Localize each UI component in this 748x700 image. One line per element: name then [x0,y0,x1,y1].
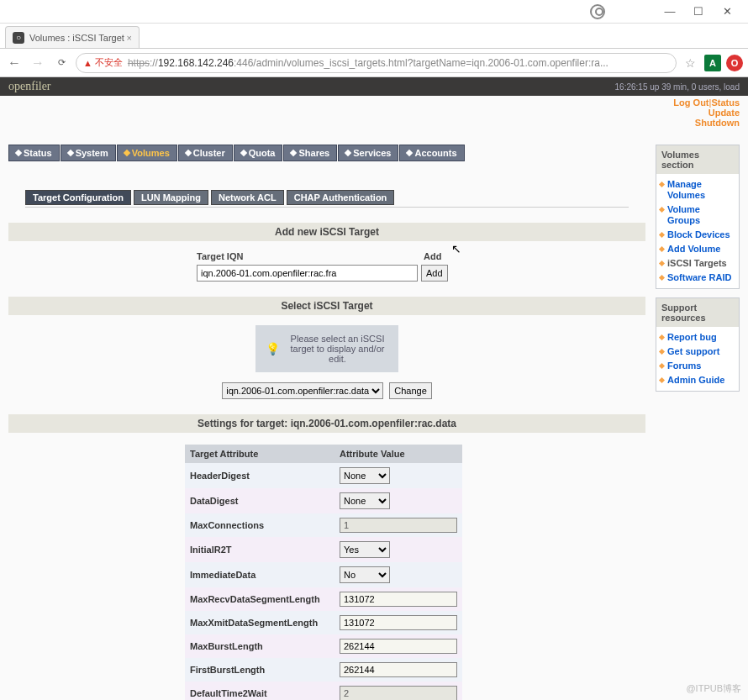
attr-input[interactable] [340,662,457,677]
sidebar-link[interactable]: Report bug [658,330,737,345]
tab-target-configuration[interactable]: Target Configuration [25,190,131,205]
hint-text: Please select an iSCSI target to display… [287,334,388,364]
favicon: ○ [13,32,24,44]
extension-o-icon[interactable]: O [726,55,743,71]
col-target-attribute: Target Attribute [185,445,334,463]
browser-addressbar: ← → ⟳ ▲不安全 https://192.168.142.246:446/a… [0,49,748,77]
bullet-icon [659,182,665,187]
sidebar-link-label: Software RAID [667,272,731,283]
window-maximize[interactable]: ☐ [684,5,713,18]
attr-name: DefaultTime2Wait [185,682,334,700]
sidebar-link-label: Manage Volumes [667,179,735,201]
nav-status[interactable]: Status [8,145,60,161]
attr-input[interactable] [340,639,457,654]
nav-forward-icon[interactable]: → [29,54,47,72]
url-path: :446/admin/volumes_iscsi_targets.html?ta… [234,57,608,69]
attr-select[interactable]: None [340,492,390,509]
attr-select[interactable]: No [340,566,390,583]
url-scheme: https [128,57,150,69]
attr-value-cell: No [334,562,462,587]
sidebar-link-label: Report bug [667,332,717,343]
reload-icon[interactable]: ⟳ [52,54,71,72]
link-update[interactable]: Update [708,108,740,118]
attr-value-cell [334,587,462,611]
nav-back-icon[interactable]: ← [5,54,24,72]
attr-name: MaxBurstLength [185,634,334,658]
attr-input[interactable] [340,518,457,533]
section-select-target-title: Select iSCSI Target [8,297,645,315]
nav-quota[interactable]: Quota [234,145,283,161]
nav-shares[interactable]: Shares [283,145,337,161]
target-select[interactable]: iqn.2006-01.com.openfiler:rac.data [222,382,383,399]
attr-input[interactable] [340,686,457,700]
tab-chap-authentication[interactable]: CHAP Authentication [287,190,395,205]
tab-close-icon[interactable]: × [127,33,132,43]
sidebar-link[interactable]: Software RAID [658,271,737,285]
attr-name: MaxConnections [185,513,334,537]
browser-tabstrip: ○ Volumes : iSCSI Target × [0,24,748,49]
attr-name: MaxRecvDataSegmentLength [185,587,334,611]
sidebar-link-label: Add Volume [667,244,720,255]
bullet-icon [659,275,665,281]
window-close[interactable]: ✕ [713,5,741,18]
sidebar-link[interactable]: iSCSI Targets [658,256,737,271]
link-status[interactable]: Status [711,97,740,108]
nav-cluster[interactable]: Cluster [178,145,233,161]
sidebar-link[interactable]: Manage Volumes [658,177,737,203]
table-row: DefaultTime2Wait [185,682,462,700]
section-add-target-title: Add new iSCSI Target [8,223,645,241]
url-input[interactable]: ▲不安全 https://192.168.142.246:446/admin/v… [76,53,677,73]
sidebar-link-label: Volume Groups [667,204,735,226]
bullet-icon [659,207,665,213]
extension-a-icon[interactable]: A [704,55,721,71]
tab-network-acl[interactable]: Network ACL [211,190,284,205]
sidebar-link[interactable]: Admin Guide [658,373,737,387]
bookmark-star-icon[interactable]: ☆ [685,56,696,70]
attr-value-cell: None [334,463,462,488]
tab-lun-mapping[interactable]: LUN Mapping [134,190,208,205]
attr-name: ImmediateData [185,562,334,587]
sidebar-link-label: Block Devices [667,229,730,240]
nav-system[interactable]: System [61,145,116,161]
nav-services[interactable]: Services [338,145,398,161]
window-minimize[interactable]: — [656,5,684,18]
user-icon[interactable] [590,4,605,19]
bullet-icon [659,232,665,238]
sidebar-link[interactable]: Get support [658,345,737,359]
nav-accounts[interactable]: Accounts [399,145,464,161]
link-shutdown[interactable]: Shutdown [695,118,740,128]
app-header: openfiler 16:26:15 up 39 min, 0 users, l… [0,77,748,96]
target-iqn-input[interactable] [197,265,418,282]
add-button[interactable]: Add [421,265,448,282]
attr-select[interactable]: None [340,467,390,484]
sidebar-link[interactable]: Add Volume [658,242,737,256]
table-row: InitialR2TYes [185,537,462,562]
attr-value-cell [334,634,462,658]
sidebar-link-label: Admin Guide [667,375,724,386]
url-host: 192.168.142.246 [158,57,234,69]
uptime-status: 16:26:15 up 39 min, 0 users, load [615,82,740,92]
label-target-iqn: Target IQN [197,251,424,261]
label-add: Add [424,251,441,261]
nav-volumes[interactable]: Volumes [117,145,177,161]
attr-input[interactable] [340,592,457,607]
bullet-icon [659,377,665,383]
sidebar-link[interactable]: Block Devices [658,228,737,242]
watermark: @ITPUB博客 [686,682,741,695]
sidebar-link-label: Get support [667,346,719,357]
attr-value-cell [334,658,462,682]
table-row: MaxRecvDataSegmentLength [185,587,462,611]
attr-select[interactable]: Yes [340,541,390,558]
top-nav: Status System Volumes Cluster Quota Shar… [8,145,645,161]
change-button[interactable]: Change [389,382,432,399]
table-row: ImmediateDataNo [185,562,462,587]
attr-input[interactable] [340,615,457,630]
attributes-table: Target AttributeAttribute Value HeaderDi… [185,445,462,700]
sidebar-link[interactable]: Volume Groups [658,203,737,228]
attr-value-cell [334,611,462,634]
bullet-icon [659,363,665,369]
sidebar-link[interactable]: Forums [658,359,737,373]
link-logout[interactable]: Log Out [673,97,708,108]
browser-tab[interactable]: ○ Volumes : iSCSI Target × [5,26,140,48]
panel-volumes-title: Volumes section [656,145,739,174]
